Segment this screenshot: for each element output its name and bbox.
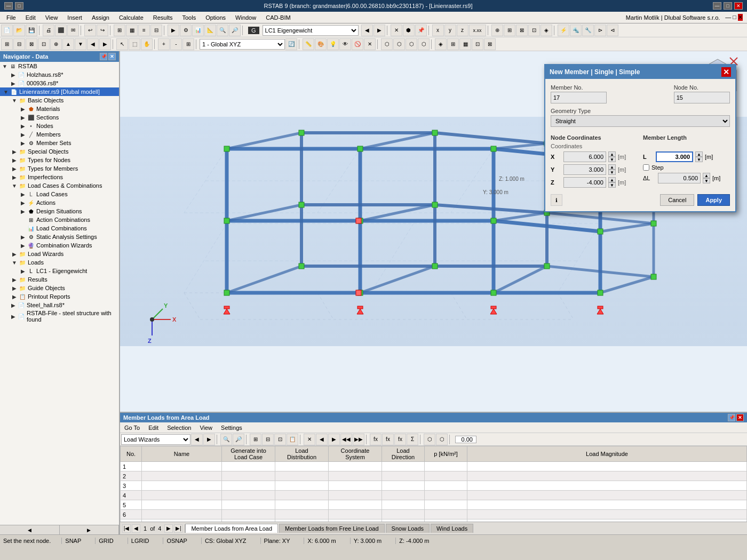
expand-icon[interactable]: ▶ [11,251,18,257]
expand-icon[interactable]: ▼ [1,63,9,69]
view-btn8[interactable]: ◀ [87,38,99,50]
tree-item-lc1[interactable]: ▶ L LC1 - Eigengewicht [0,267,119,275]
tb-btn3[interactable]: ✉ [67,25,79,36]
tab-wind-loads[interactable]: Wind Loads [431,524,473,533]
menu-assign[interactable]: Assign [88,13,114,22]
bt14[interactable]: fx [394,434,406,445]
light-btn[interactable]: 💡 [327,38,339,50]
new-button[interactable]: 📄 [1,25,13,36]
app-minimize-button[interactable]: — [713,2,721,10]
coordinate-system-selector[interactable]: 1 - Global XYZ [200,39,285,50]
length-input[interactable] [656,151,693,162]
tb-btn8[interactable]: ▶ [168,25,179,36]
tb-view2[interactable]: ⬡ [393,38,405,50]
zoom-in-btn[interactable]: + [158,38,170,50]
expand-icon[interactable]: ▶ [11,166,18,172]
tb-btn18[interactable]: ⊞ [504,25,515,36]
expand-icon[interactable]: ▶ [19,132,27,138]
bt12[interactable]: fx [370,434,382,445]
table-row[interactable]: 2 [121,471,747,481]
table-row[interactable]: 1 [121,462,747,471]
nav-scroll-right[interactable]: ▶ [60,525,120,534]
tb-btn17[interactable]: ⊕ [491,25,503,36]
expand-icon[interactable]: ▶ [19,209,27,214]
node-no-input[interactable] [674,92,730,103]
bottom-menu-selection[interactable]: Selection [165,423,193,432]
bottom-pin-btn[interactable]: 📌 [728,414,735,421]
page-prev[interactable]: ◀ [132,524,140,533]
tab-area-load[interactable]: Member Loads from Area Load [185,524,278,533]
menu-insert[interactable]: Insert [63,13,86,22]
tb-render2[interactable]: ⬢ [403,25,415,36]
tb-render3[interactable]: 📌 [415,25,427,36]
delta-up[interactable]: ▲ [703,173,710,178]
tb-btn10[interactable]: 📊 [192,25,204,36]
table-row[interactable]: 5 [121,500,747,510]
bt1[interactable]: 🔍 [220,434,232,445]
tb-disp5[interactable]: ⊠ [484,38,496,50]
tb-btn15[interactable]: y [444,25,456,36]
tree-item-results[interactable]: ▶ 📁 Results [0,275,119,284]
tree-item-loadcases[interactable]: ▶ L Load Cases [0,190,119,198]
bottom-menu-goto[interactable]: Go To [122,423,142,432]
tb-btn6[interactable]: ≡ [138,25,150,36]
view-btn1[interactable]: ⊞ [1,38,13,50]
tb-num[interactable]: x.xx [469,25,486,36]
view-btn2[interactable]: ⊟ [13,38,25,50]
view-btn3[interactable]: ⊠ [26,38,37,50]
expand-icon[interactable]: ▼ [2,89,10,95]
tb-btn22[interactable]: ⚡ [558,25,569,36]
tb-btn9[interactable]: ⚙ [180,25,192,36]
expand-icon[interactable]: ▶ [11,149,18,155]
y-down[interactable]: ▼ [608,170,616,175]
page-next[interactable]: ▶ [164,524,173,533]
expand-icon[interactable]: ▶ [19,115,27,121]
tree-item-actioncomb[interactable]: ⊞ Action Combinations [0,215,119,224]
nav-scroll-left[interactable]: ◀ [0,525,60,534]
menu-tools[interactable]: Tools [178,13,200,22]
tree-item-combwiz[interactable]: ▶ 🔮 Combination Wizards [0,241,119,250]
tb-btn24[interactable]: 🔧 [582,25,594,36]
tb-btn12[interactable]: 🔍 [217,25,228,36]
menu-window[interactable]: Window [231,13,260,22]
tab-free-line-load[interactable]: Member Loads from Free Line Load [279,524,384,533]
print-button[interactable]: 🖨 [43,25,54,36]
tree-item-members[interactable]: ▶ ╱ Members [0,130,119,139]
table-row[interactable]: 7 [121,519,747,522]
tree-item-guide[interactable]: ▶ 📁 Guide Objects [0,284,119,292]
dialog-close-button[interactable]: ✕ [721,67,731,77]
info-icon[interactable]: ℹ [551,194,562,206]
redo-button[interactable]: ↪ [97,25,108,36]
wizard-prev[interactable]: ◀ [191,434,203,445]
bt2[interactable]: 🔎 [233,434,244,445]
step-checkbox[interactable] [643,164,649,171]
expand-icon[interactable]: ▶ [19,243,27,249]
expand-icon[interactable]: ▶ [19,268,27,274]
expand-icon[interactable]: ▶ [10,314,17,319]
tb-view4[interactable]: ⬡ [418,38,430,50]
bottom-menu-settings[interactable]: Settings [219,423,244,432]
table-row[interactable]: 6 [121,510,747,519]
table-row[interactable]: 3 [121,481,747,491]
app-maximize-button[interactable]: □ [724,2,732,10]
tree-item-materials[interactable]: ▶ ⬟ Materials [0,105,119,113]
zoom-out-btn[interactable]: - [170,38,182,50]
expand-icon[interactable]: ▶ [10,81,17,86]
expand-icon[interactable]: ▼ [11,183,18,189]
bt9[interactable]: ▶ [328,434,340,445]
z-down[interactable]: ▼ [608,182,616,188]
sub-minimize[interactable]: — [725,14,731,21]
expand-icon[interactable]: ▶ [10,72,17,78]
tb-btn21[interactable]: ◈ [541,25,552,36]
bt16[interactable]: ⬡ [424,434,435,445]
sub-maximize[interactable]: □ [733,14,736,21]
cancel-button[interactable]: Cancel [660,194,694,206]
tb-btn26[interactable]: ⊲ [607,25,618,36]
tb-disp3[interactable]: ▦ [459,38,471,50]
tree-item-designsit[interactable]: ▶ ⬟ Design Situations [0,207,119,215]
tb-disp2[interactable]: ⊞ [447,38,459,50]
measure-btn[interactable]: 📏 [303,38,314,50]
expand-icon[interactable]: ▼ [11,98,18,103]
expand-icon[interactable]: ▶ [11,277,18,283]
tree-item-basic[interactable]: ▼ 📁 Basic Objects [0,96,119,105]
